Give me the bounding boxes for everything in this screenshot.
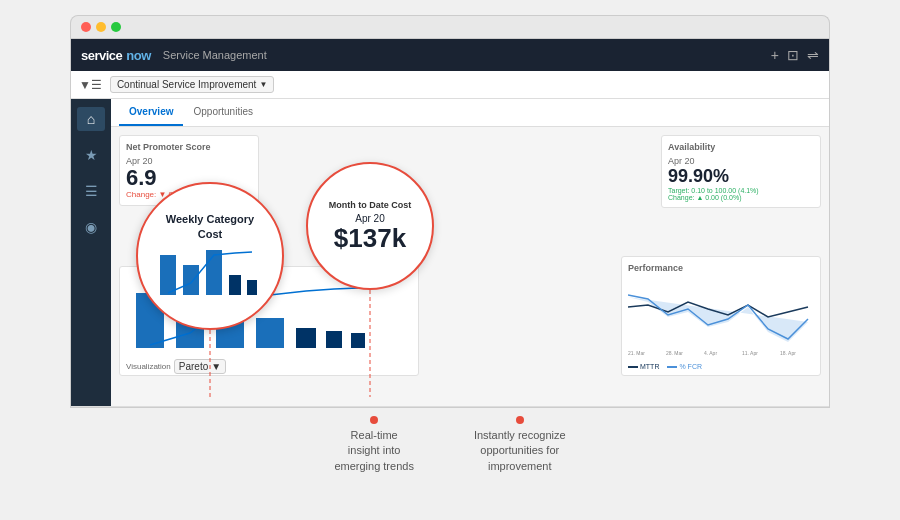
svg-rect-17 [247, 280, 257, 295]
annotations: Real-time insight into emerging trends I… [70, 416, 830, 474]
svg-rect-16 [229, 275, 241, 295]
avail-date: Apr 20 [668, 156, 814, 166]
app-container: servicenow Service Management + ⊡ ⇌ ▼☰ C… [70, 38, 830, 408]
weekly-bar-svg [155, 245, 265, 300]
sidebar-star-icon[interactable]: ★ [77, 143, 105, 167]
share-icon[interactable]: ⊡ [787, 47, 799, 63]
sidebar-list-icon[interactable]: ☰ [77, 179, 105, 203]
avail-value: 99.90% [668, 166, 814, 187]
viz-label: Visualization Pareto ▼ [126, 359, 412, 374]
sidebar: ⌂ ★ ☰ ◉ [71, 99, 111, 406]
logo-service-text: service [81, 48, 122, 63]
avail-title: Availability [668, 142, 814, 152]
add-icon[interactable]: + [771, 47, 779, 63]
perf-title: Performance [628, 263, 814, 273]
weekly-category-circle: Weekly Category Cost [136, 182, 284, 330]
annotation-text-2: Instantly recognize opportunities for im… [474, 428, 566, 474]
annotation-opportunities: Instantly recognize opportunities for im… [474, 416, 566, 474]
svg-text:11. Apr: 11. Apr [742, 350, 758, 356]
sidebar-chart-icon[interactable]: ◉ [77, 215, 105, 239]
sub-header: ▼☰ Continual Service Improvement ▼ [71, 71, 829, 99]
tab-overview[interactable]: Overview [119, 99, 183, 126]
outer-wrapper: servicenow Service Management + ⊡ ⇌ ▼☰ C… [20, 15, 880, 505]
avail-change: Change: ▲ 0.00 (0.0%) [668, 194, 814, 201]
dot-green[interactable] [111, 22, 121, 32]
servicenow-logo: servicenow [81, 48, 151, 63]
tab-opportunities[interactable]: Opportunities [183, 99, 262, 126]
header-icons: + ⊡ ⇌ [771, 47, 819, 63]
annotation-insight: Real-time insight into emerging trends [334, 416, 414, 474]
filter-icon[interactable]: ▼☰ [79, 78, 102, 92]
browser-chrome [70, 15, 830, 38]
svg-text:18. Apr: 18. Apr [780, 350, 796, 356]
availability-widget: Availability Apr 20 99.90% Target: 0.10 … [661, 135, 821, 208]
settings-icon[interactable]: ⇌ [807, 47, 819, 63]
main-content: Overview Opportunities Net Promoter Scor… [111, 99, 829, 406]
logo-now-text: now [126, 48, 151, 63]
cost-title: Month to Date Cost [329, 200, 412, 211]
bottom-divider [71, 406, 829, 407]
svg-rect-6 [351, 333, 365, 348]
dot-yellow[interactable] [96, 22, 106, 32]
svg-rect-4 [296, 328, 316, 348]
svg-rect-14 [183, 265, 199, 295]
svg-text:4. Apr: 4. Apr [704, 350, 717, 356]
cost-date: Apr 20 [355, 213, 384, 224]
avail-target: Target: 0.10 to 100.00 (4.1%) [668, 187, 814, 194]
annotation-text-1: Real-time insight into emerging trends [334, 428, 414, 474]
header-app-title: Service Management [163, 49, 267, 61]
legend-mttr: MTTR [628, 363, 659, 370]
legend-fcr: % FCR [667, 363, 702, 370]
performance-widget: Performance 21. Mar 28. Mar 4. Apr [621, 256, 821, 376]
dot-red[interactable] [81, 22, 91, 32]
svg-rect-3 [256, 318, 284, 348]
app-body: ⌂ ★ ☰ ◉ Overview Opportunities Net Promo… [71, 99, 829, 406]
app-header: servicenow Service Management + ⊡ ⇌ [71, 39, 829, 71]
perf-legend: MTTR % FCR [628, 363, 814, 370]
svg-text:28. Mar: 28. Mar [666, 350, 683, 356]
weekly-title: Weekly Category Cost [138, 212, 282, 241]
svg-rect-13 [160, 255, 176, 295]
sidebar-home-icon[interactable]: ⌂ [77, 107, 105, 131]
viz-type-dropdown[interactable]: Pareto ▼ [174, 359, 226, 374]
svg-rect-15 [206, 250, 222, 295]
svg-text:21. Mar: 21. Mar [628, 350, 645, 356]
svg-rect-5 [326, 331, 342, 348]
cost-value: $137k [334, 224, 406, 253]
filter-arrow: ▼ [259, 80, 267, 89]
annotation-dot-1 [370, 416, 378, 424]
annotation-dot-2 [516, 416, 524, 424]
filter-label: Continual Service Improvement [117, 79, 257, 90]
viz-type-text: Pareto [179, 361, 208, 372]
performance-chart-svg: 21. Mar 28. Mar 4. Apr 11. Apr 18. Apr [628, 277, 813, 357]
nps-title: Net Promoter Score [126, 142, 252, 152]
tab-bar: Overview Opportunities [111, 99, 829, 127]
cost-widget: Month to Date Cost Apr 20 $137k [306, 162, 434, 290]
filter-dropdown[interactable]: Continual Service Improvement ▼ [110, 76, 274, 93]
